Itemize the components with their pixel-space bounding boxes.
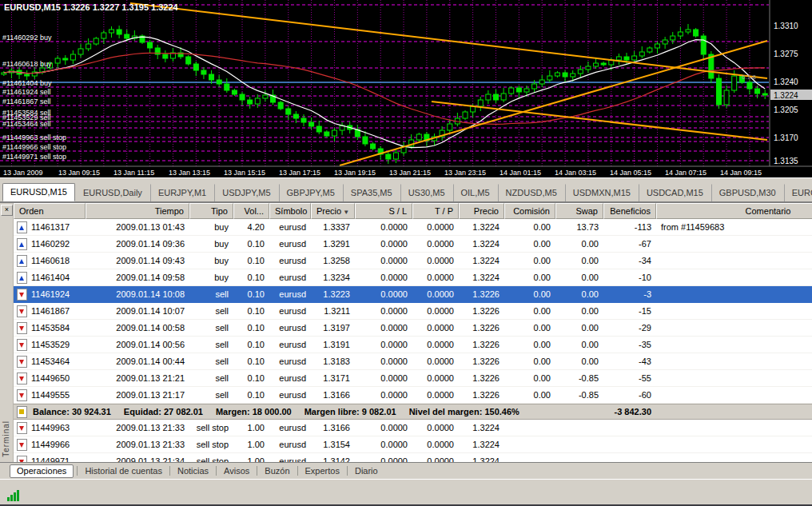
balance-segment: Nivel del margen: 150.46% (409, 407, 519, 416)
cell: 0.0000 (355, 440, 412, 449)
chart-tab[interactable]: US30,M5 (400, 184, 453, 201)
order-row[interactable]: 114496502009.01.13 21:21sell0.10eurusd1.… (14, 370, 812, 387)
chart-tab[interactable]: OIL,M5 (453, 184, 498, 201)
cell: 0.10 (233, 239, 269, 249)
cell: 1.3154 (311, 440, 355, 449)
cell: 0.0000 (355, 423, 412, 432)
cell: 11449966 (14, 439, 86, 451)
cell: 1.3223 (311, 289, 355, 299)
order-row[interactable]: 114618672009.01.14 10:07sell0.10eurusd1.… (14, 303, 812, 320)
column-header[interactable]: Tipo (189, 203, 233, 219)
cell: 0.00 (504, 256, 555, 265)
cell: 0.0000 (355, 456, 412, 462)
price-chart[interactable]: #11460292 buy#11460618 buy#11461404 buy#… (0, 0, 812, 177)
cell: 1.3183 (311, 357, 355, 366)
order-row[interactable]: 114535292009.01.14 00:56sell0.10eurusd1.… (14, 337, 812, 353)
order-type-icon (17, 339, 27, 351)
chart-tab[interactable]: USDJPY,M5 (214, 184, 278, 201)
order-row[interactable]: 114535842009.01.14 00:58sell0.10eurusd1.… (14, 320, 812, 337)
column-header[interactable]: Precio▼ (311, 203, 355, 219)
svg-text:1.3205: 1.3205 (774, 106, 798, 114)
svg-text:#11449963 sell stop: #11449963 sell stop (2, 133, 66, 141)
cell: -35 (603, 340, 656, 349)
column-header[interactable]: Precio (459, 203, 504, 219)
order-row[interactable]: 114534642009.01.14 00:44sell0.10eurusd1.… (14, 353, 812, 370)
svg-text:#11453464 sell: #11453464 sell (2, 120, 50, 128)
chart-tab[interactable]: EURGI (784, 184, 812, 201)
cell: eurusd (269, 289, 311, 299)
column-header[interactable]: Beneficios (603, 203, 656, 219)
chart-tab[interactable]: EURUSD,M15 (2, 183, 75, 201)
terminal-tab[interactable]: Diario (348, 465, 384, 477)
cell: 0.10 (233, 289, 269, 299)
terminal-panel: × Terminal OrdenTiempoTipoVol...SímboloP… (0, 201, 812, 462)
order-row[interactable]: 114619242009.01.14 10:08sell0.10eurusd1.… (14, 286, 812, 303)
cell: 2009.01.13 21:17 (86, 390, 189, 400)
chart-tab[interactable]: USDCAD,M15 (639, 184, 711, 201)
column-header[interactable]: Símbolo (269, 203, 311, 219)
terminal-tab[interactable]: Noticias (171, 465, 215, 477)
order-row[interactable]: 114499662009.01.13 21:33sell stop1.00eur… (14, 436, 812, 453)
cell: sell (189, 289, 233, 299)
order-row[interactable]: 114602922009.01.14 09:36buy0.10eurusd1.3… (14, 236, 812, 253)
chart-tab[interactable]: EURJPY,M1 (150, 184, 214, 201)
terminal-tab[interactable]: Avisos (217, 465, 256, 477)
order-row[interactable]: 114499632009.01.13 21:33sell stop1.00eur… (14, 420, 812, 436)
order-type-icon (17, 356, 27, 368)
tab-separator (216, 466, 217, 476)
chart-tab[interactable]: USDMXN,M15 (565, 184, 639, 201)
column-header[interactable]: Comentario (656, 203, 812, 219)
terminal-tab[interactable]: Historial de cuentas (78, 465, 169, 477)
terminal-tab[interactable]: Expertos (299, 465, 346, 477)
balance-row[interactable]: Balance: 30 924.31Equidad: 27 082.01Marg… (14, 404, 812, 420)
svg-text:#11461867 sell: #11461867 sell (2, 98, 50, 106)
cell: 0.00 (555, 239, 603, 249)
column-header[interactable]: Orden (14, 203, 86, 219)
terminal-tab[interactable]: Buzón (258, 465, 296, 477)
cell: 0.00 (504, 222, 555, 232)
column-header[interactable]: S / L (355, 203, 412, 219)
cell: 0.0000 (412, 440, 459, 449)
cell: 0.00 (504, 390, 555, 400)
order-row[interactable]: 114614042009.01.14 09:58buy0.10eurusd1.3… (14, 269, 812, 286)
column-header[interactable]: T / P (412, 203, 459, 219)
orders-table: OrdenTiempoTipoVol...SímboloPrecio▼S / L… (14, 203, 812, 462)
column-header[interactable]: Swap (555, 203, 603, 219)
cell: eurusd (269, 440, 311, 449)
cell: 1.3166 (311, 423, 355, 432)
chart-tab[interactable]: GBPJPY,M5 (279, 184, 343, 201)
svg-text:#11460292 buy: #11460292 buy (2, 34, 52, 42)
order-row[interactable]: 114495552009.01.13 21:17sell0.10eurusd1.… (14, 387, 812, 404)
chart-tab[interactable]: EURUSD,Daily (75, 184, 150, 201)
cell: eurusd (269, 323, 311, 333)
cell: sell (189, 390, 233, 400)
chart-tab[interactable]: GBPUSD,M30 (711, 184, 784, 201)
cell: 0.10 (233, 273, 269, 282)
cell: 11453529 (14, 339, 86, 351)
cell: 0.00 (504, 357, 555, 366)
cell: 0.00 (504, 273, 555, 282)
cell: 2009.01.13 21:21 (86, 373, 189, 383)
order-type-icon (17, 322, 27, 334)
cell: 2009.01.13 21:33 (86, 440, 189, 449)
cell: eurusd (269, 273, 311, 282)
order-row[interactable]: 114499712009.01.13 21:34sell stop1.00eur… (14, 453, 812, 462)
order-row[interactable]: 114606182009.01.14 09:43buy0.10eurusd1.3… (14, 253, 812, 269)
mt4-window: #11460292 buy#11460618 buy#11461404 buy#… (0, 0, 812, 506)
order-type-icon (17, 221, 27, 233)
cell: 2009.01.14 09:36 (86, 239, 189, 249)
svg-text:14 Jan 01:15: 14 Jan 01:15 (500, 169, 541, 177)
column-header[interactable]: Comisión (504, 203, 555, 219)
chart-tab[interactable]: SPA35,M5 (343, 184, 400, 201)
chart-tab[interactable]: NZDUSD,M5 (498, 184, 565, 201)
cell: 0.0000 (355, 357, 412, 366)
cell: 0.00 (504, 306, 555, 316)
column-header[interactable]: Tiempo (86, 203, 189, 219)
order-row[interactable]: 114613172009.01.13 01:43buy4.20eurusd1.3… (14, 219, 812, 236)
terminal-close-button[interactable]: × (1, 205, 13, 216)
column-header[interactable]: Vol... (233, 203, 269, 219)
cell: 0.00 (555, 289, 603, 299)
terminal-tab[interactable]: Operaciones (10, 464, 74, 478)
cell: 0.00 (555, 323, 603, 333)
cell: 0.0000 (412, 423, 459, 432)
